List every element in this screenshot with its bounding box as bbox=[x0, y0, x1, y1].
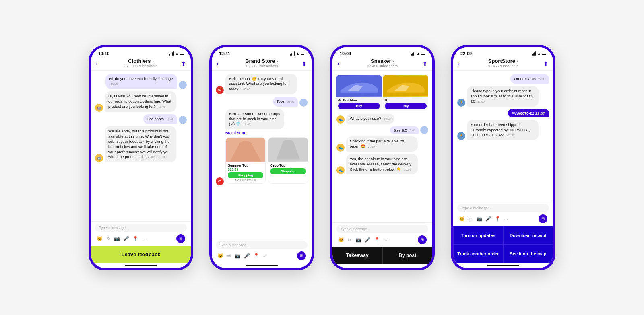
emoji-icon-3[interactable]: 🐱 bbox=[338, 237, 344, 243]
chat-header-2: ‹ Brand Store › 168 383 subscribers ⬆ bbox=[212, 57, 312, 71]
see-on-map-button[interactable]: See it on the map bbox=[503, 245, 553, 263]
chevron-icon-4: › bbox=[517, 59, 518, 64]
leave-feedback-button[interactable]: Leave feedback bbox=[91, 246, 191, 263]
bot-avatar: 🤖 bbox=[95, 104, 103, 112]
mic-icon-2[interactable]: 🎤 bbox=[244, 253, 250, 259]
product-cards: Summer Top $15.89 Shopping MORE DETAILS bbox=[225, 136, 301, 185]
time-3: 10:09 bbox=[340, 51, 351, 56]
message-bubble: Please type in your order number. It sho… bbox=[467, 86, 539, 106]
location-icon-2[interactable]: 📍 bbox=[253, 253, 259, 259]
channel-name-1[interactable]: Clothiers › bbox=[128, 58, 154, 64]
message-bubble: We are sorry, but this product is not av… bbox=[105, 126, 176, 162]
wifi-icon-4: ▲ bbox=[537, 51, 541, 56]
sneaker-svg-blue bbox=[336, 75, 382, 97]
message-input-2[interactable]: Type a message... bbox=[216, 241, 308, 249]
product-name-1: Summer Top bbox=[228, 163, 263, 167]
location-icon-3[interactable]: 📍 bbox=[374, 237, 380, 243]
status-bar-3: 10:09 ▲ ▬ bbox=[332, 47, 432, 57]
input-bar-2: Type a message... 🐱 ☺ 📷 🎤 📍 ··· ⊞ bbox=[212, 239, 312, 263]
share-button-2[interactable]: ⬆ bbox=[302, 60, 307, 67]
chevron-icon-1: › bbox=[152, 59, 154, 64]
subscribers-4: 87 456 subscribers bbox=[488, 64, 518, 68]
camera-icon-2[interactable]: 📷 bbox=[235, 253, 241, 259]
msg-row: Size 8.5 10:05 bbox=[336, 126, 428, 134]
sneaker-image-yellow bbox=[383, 75, 428, 97]
msg-row: 🤖 Hi, Lukas! You may be interested in ou… bbox=[95, 91, 187, 111]
camera-icon-4[interactable]: 📷 bbox=[476, 216, 482, 222]
msg-row: 🏃 Please type in your order number. It s… bbox=[457, 86, 549, 106]
channel-name-4[interactable]: SportStore › bbox=[488, 58, 518, 64]
more-icon-4[interactable]: ··· bbox=[504, 216, 508, 222]
location-icon[interactable]: 📍 bbox=[132, 236, 138, 241]
msg-row: 🏃 Your order has been shipped. Currently… bbox=[457, 120, 549, 140]
share-button-4[interactable]: ⬆ bbox=[543, 60, 548, 67]
send-button-4[interactable]: ⊞ bbox=[539, 214, 547, 223]
product-card-body-1: Summer Top $15.89 Shopping MORE DETAILS bbox=[226, 162, 265, 183]
mic-icon[interactable]: 🎤 bbox=[123, 236, 129, 241]
emoji-icon[interactable]: 🐱 bbox=[97, 236, 103, 241]
sneaker-card-body-yellow: G. Buy bbox=[383, 97, 428, 111]
more-icon-3[interactable]: ··· bbox=[383, 237, 387, 243]
product-card-1: Summer Top $15.89 Shopping MORE DETAILS bbox=[225, 137, 266, 184]
send-button-2[interactable]: ⊞ bbox=[297, 251, 306, 260]
message-input-1[interactable]: Type a message... bbox=[95, 224, 187, 232]
bot-avatar-sneaker3: 👟 bbox=[336, 166, 345, 174]
send-button-1[interactable]: ⊞ bbox=[176, 234, 185, 243]
download-receipt-button[interactable]: Download receipt bbox=[503, 226, 553, 245]
mic-icon-3[interactable]: 🎤 bbox=[365, 237, 371, 243]
more-icon-2[interactable]: ··· bbox=[262, 253, 266, 259]
sticker-icon-2[interactable]: ☺ bbox=[227, 253, 231, 259]
turn-on-updates-button[interactable]: Turn on updates bbox=[453, 226, 503, 245]
back-button-1[interactable]: ‹ bbox=[96, 60, 98, 67]
message-input-4[interactable]: Type a message... bbox=[457, 204, 549, 212]
send-button-3[interactable]: ⊞ bbox=[418, 235, 427, 244]
home-indicator-4 bbox=[487, 265, 519, 266]
share-button-3[interactable]: ⬆ bbox=[423, 60, 427, 67]
back-button-4[interactable]: ‹ bbox=[458, 60, 460, 67]
user-avatar bbox=[299, 99, 308, 107]
user-avatar bbox=[179, 81, 187, 89]
back-button-3[interactable]: ‹ bbox=[337, 60, 339, 67]
channel-name-3[interactable]: Sneaker › bbox=[371, 58, 394, 64]
emoji-icon-2[interactable]: 🐱 bbox=[217, 253, 223, 259]
battery-icon-2: ▬ bbox=[301, 51, 304, 56]
mic-icon-4[interactable]: 🎤 bbox=[485, 216, 491, 222]
message-bubble: Checking if the pair available for order… bbox=[346, 136, 418, 152]
camera-icon[interactable]: 📷 bbox=[114, 236, 120, 241]
sneaker-buy-button-yellow[interactable]: Buy bbox=[385, 103, 427, 109]
location-icon-4[interactable]: 📍 bbox=[495, 216, 501, 222]
product-price-1: $15.89 bbox=[228, 167, 263, 171]
shopping-button[interactable]: Shopping bbox=[228, 172, 263, 178]
input-icons-3: 🐱 ☺ 📷 🎤 📍 ··· ⊞ bbox=[336, 235, 428, 245]
channel-name-2[interactable]: Brand Store › bbox=[245, 58, 278, 64]
messages-4: Order Status 22:09 🏃 Please type in your… bbox=[453, 71, 553, 202]
emoji-icon-4[interactable]: 🐱 bbox=[459, 216, 465, 222]
brand-store-link[interactable]: Brand Store bbox=[225, 131, 301, 135]
more-icon[interactable]: ··· bbox=[142, 236, 146, 241]
share-button-1[interactable]: ⬆ bbox=[181, 60, 186, 67]
user-avatar bbox=[179, 116, 187, 124]
sneaker-card-blue: G. East blue Buy bbox=[336, 75, 382, 111]
wifi-icon-2: ▲ bbox=[296, 51, 299, 56]
track-another-order-button[interactable]: Track another order bbox=[453, 245, 503, 263]
takeaway-button[interactable]: Takeaway bbox=[332, 247, 383, 264]
msg-row: Order Status 22:09 bbox=[457, 74, 549, 84]
back-button-2[interactable]: ‹ bbox=[217, 60, 219, 67]
by-post-button[interactable]: By post bbox=[383, 247, 433, 264]
camera-icon-3[interactable]: 📷 bbox=[355, 237, 361, 243]
sticker-icon[interactable]: ☺ bbox=[106, 236, 111, 241]
message-bubble: What is your size? 10:02 bbox=[346, 114, 394, 124]
product-image-1 bbox=[226, 138, 265, 162]
shopping-button-2[interactable]: Shopping bbox=[270, 168, 306, 174]
message-bubble: Order Status 22:09 bbox=[510, 74, 549, 84]
msg-row: 👟 Yes, the sneakers in your size are ava… bbox=[336, 154, 428, 174]
sneaker-buy-button-blue[interactable]: Buy bbox=[338, 103, 380, 109]
sticker-icon-3[interactable]: ☺ bbox=[347, 237, 352, 243]
more-details-link[interactable]: MORE DETAILS bbox=[228, 179, 263, 182]
message-input-3[interactable]: Type a message... bbox=[336, 225, 428, 233]
input-bar-1: Type a message... 🐱 ☺ 📷 🎤 📍 ··· ⊞ bbox=[91, 221, 191, 246]
subscribers-3: 87 456 subscribers bbox=[367, 64, 398, 68]
sticker-icon-4[interactable]: ☺ bbox=[468, 216, 473, 222]
bot-avatar-sneaker2: 👟 bbox=[336, 144, 345, 152]
message-bubble: Hi, do you have eco-friendly clothing? 1… bbox=[105, 74, 177, 89]
